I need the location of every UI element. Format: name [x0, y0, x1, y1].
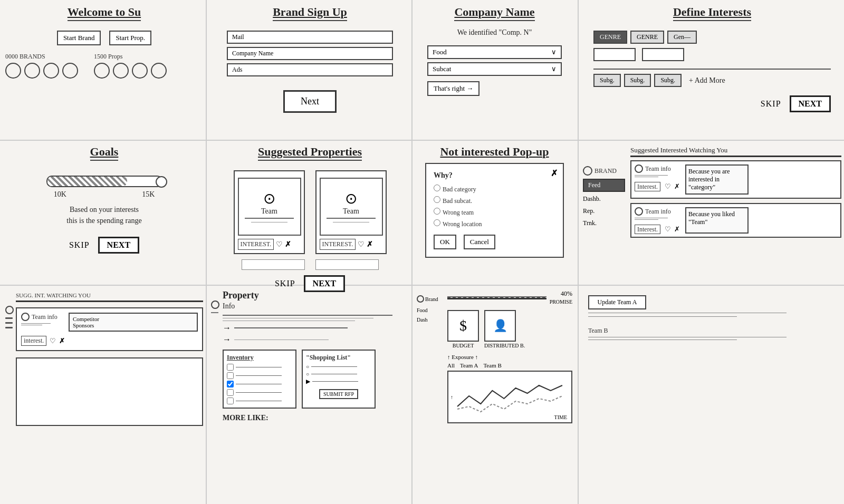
- sidebar-line-2: [5, 322, 13, 324]
- close-icon-1[interactable]: ✗: [285, 240, 291, 249]
- feed-navigation: Feed Dashb. Rep. Trnk.: [583, 179, 625, 228]
- brand-signup-section: Brand Sign Up Mail Company Name Ads Next: [211, 5, 409, 140]
- heart-small-icon[interactable]: ♡: [50, 337, 56, 345]
- feed-nav-dashb[interactable]: Dashb.: [583, 194, 625, 204]
- thats-right-button[interactable]: That's right →: [427, 81, 479, 96]
- exposure-section: ↑ Exposure ↑ All Team A Team B ↑: [447, 354, 572, 423]
- shop-item-1: ○: [306, 364, 371, 370]
- campaign-left-nav: Brand Food Dash: [417, 290, 443, 324]
- chart-x-label: TIME: [554, 414, 567, 420]
- start-brand-button[interactable]: Start Brand: [57, 31, 101, 45]
- prop-circle-1: [94, 63, 110, 79]
- team-b-line-2: [588, 340, 737, 340]
- reason-wrong-team[interactable]: Wrong team: [434, 207, 555, 217]
- heart-icon-r1[interactable]: ♡: [665, 182, 671, 190]
- inv-item-1: [227, 364, 292, 371]
- reason-bad-category[interactable]: Bad category: [434, 184, 555, 193]
- feed-nav-feed[interactable]: Feed: [583, 179, 625, 192]
- add-more-label[interactable]: + Add More: [689, 76, 725, 85]
- close-icon-2[interactable]: ✗: [367, 240, 373, 249]
- property-label-2: Team: [343, 207, 359, 216]
- modal-close-icon[interactable]: ✗: [551, 168, 558, 178]
- inv-check-2[interactable]: [227, 372, 234, 379]
- update-team-a-button[interactable]: Update Team A: [588, 295, 646, 309]
- interest-label-2[interactable]: INTEREST.: [320, 239, 356, 250]
- competitor-sponsors: CompetitorSponsors: [69, 313, 198, 332]
- inv-check-4[interactable]: [227, 389, 234, 396]
- ads-input[interactable]: Ads: [227, 63, 393, 76]
- brand-signup-next-button[interactable]: Next: [283, 90, 337, 113]
- brand-nav: BRAND Feed Dashb. Rep. Trnk.: [583, 145, 625, 242]
- start-prop-button[interactable]: Start Prop.: [109, 31, 151, 45]
- inv-check-5[interactable]: [227, 398, 234, 404]
- tab-all[interactable]: All: [447, 362, 455, 369]
- reason-wrong-location[interactable]: Wrong location: [434, 219, 555, 228]
- goals-next[interactable]: NEXT: [98, 237, 139, 254]
- property-info-section: Property Info → → Inventory: [211, 290, 411, 501]
- genre-btn-1[interactable]: GENRE: [593, 31, 627, 44]
- spending-range-bar[interactable]: [46, 176, 162, 187]
- company-name-input[interactable]: Company Name: [227, 47, 393, 60]
- genre-input-2: [642, 48, 684, 61]
- welcome-section: Welcome to Su Start Brand Start Prop. 00…: [5, 5, 203, 140]
- feed-nav-trnk[interactable]: Trnk.: [583, 218, 625, 228]
- suggested-interested-section: BRAND Feed Dashb. Rep. Trnk. Suggested I…: [583, 145, 841, 285]
- team-circle-2: [635, 207, 643, 216]
- interest-label-r2[interactable]: Interest.: [635, 225, 660, 234]
- inv-check-3[interactable]: [227, 381, 234, 387]
- close-icon-r2[interactable]: ✗: [674, 225, 680, 233]
- info-line-1: [223, 315, 392, 316]
- modal-why-label: Why?: [434, 171, 555, 180]
- food-dropdown[interactable]: Food ∨: [427, 45, 562, 59]
- genre-btn-3[interactable]: Gen—: [667, 31, 697, 44]
- modal-cancel-button[interactable]: Cancel: [464, 235, 495, 249]
- tab-team-b[interactable]: Team B: [483, 362, 501, 369]
- company-name-title: Company Name: [454, 5, 534, 21]
- subcat-label: Subcat: [433, 65, 451, 73]
- heart-icon-2[interactable]: ♡: [358, 240, 365, 249]
- tab-team-a[interactable]: Team A: [460, 362, 478, 369]
- modal-ok-button[interactable]: OK: [434, 235, 456, 249]
- spending-range-description: Based on your intereststhis is the spend…: [5, 204, 203, 226]
- subcat-btn-3[interactable]: Subg.: [654, 74, 682, 87]
- reason-card-2: Team info Interest. ♡ ✗ Because you like…: [630, 203, 841, 238]
- reason-card-1: Team info Interest. ♡ ✗ Because you are …: [630, 160, 841, 199]
- mail-input[interactable]: Mail: [227, 31, 393, 44]
- distributed-box: 👤 DISTRIBUTED B.: [484, 310, 525, 348]
- team-label-2: Team info: [645, 208, 671, 216]
- subcat-dropdown[interactable]: Subcat ∨: [427, 62, 562, 76]
- suggested-properties-section: Suggested Properties ⊙ Team INTEREST. ♡ …: [211, 145, 409, 285]
- interest-label-1[interactable]: INTEREST.: [238, 239, 274, 250]
- feed-nav-rep[interactable]: Rep.: [583, 206, 625, 216]
- distributed-label: DISTRIBUTED B.: [484, 343, 525, 348]
- goals-skip[interactable]: SKIP: [69, 240, 90, 250]
- subcat-btn-2[interactable]: Subg.: [624, 74, 651, 87]
- submit-rfp-button[interactable]: SUBMIT RFP: [319, 389, 358, 399]
- reason-bad-subcat[interactable]: Bad subcat.: [434, 196, 555, 205]
- brand-nav-circle: [583, 166, 592, 176]
- property-title: Property: [223, 290, 411, 301]
- inventory-label: Inventory: [227, 354, 292, 362]
- exposure-label: ↑ Exposure ↑: [447, 354, 572, 360]
- interest-label-r1[interactable]: Interest.: [635, 182, 660, 191]
- team-circle-1: [635, 164, 643, 173]
- prop-circle-4: [151, 63, 167, 79]
- sugg-props-skip[interactable]: SKIP: [275, 279, 295, 288]
- property-card-inner-1: ⊙ Team: [238, 178, 301, 236]
- heart-icon-r2[interactable]: ♡: [665, 225, 671, 233]
- interest-small-label[interactable]: interest.: [21, 336, 46, 346]
- close-icon-r1[interactable]: ✗: [674, 182, 680, 190]
- subcat-btn-1[interactable]: Subg.: [593, 74, 621, 87]
- define-interests-next[interactable]: NEXT: [790, 95, 831, 112]
- team-b-label: Team B: [588, 327, 608, 334]
- define-interests-skip[interactable]: SKIP: [761, 99, 781, 109]
- close-small-icon[interactable]: ✗: [59, 337, 65, 345]
- inv-check-1[interactable]: [227, 364, 234, 371]
- heart-icon-1[interactable]: ♡: [276, 240, 283, 249]
- genre-btn-2[interactable]: GENRE: [630, 31, 664, 44]
- chart-y-label: ↑: [450, 394, 453, 400]
- campaign-dash-label: Dash: [417, 317, 428, 323]
- team-competitor-card: Team info CompetitorSponsors interest. ♡…: [16, 307, 203, 351]
- prop-sidebar-line: [211, 312, 218, 313]
- dollar-icon: $: [447, 310, 479, 342]
